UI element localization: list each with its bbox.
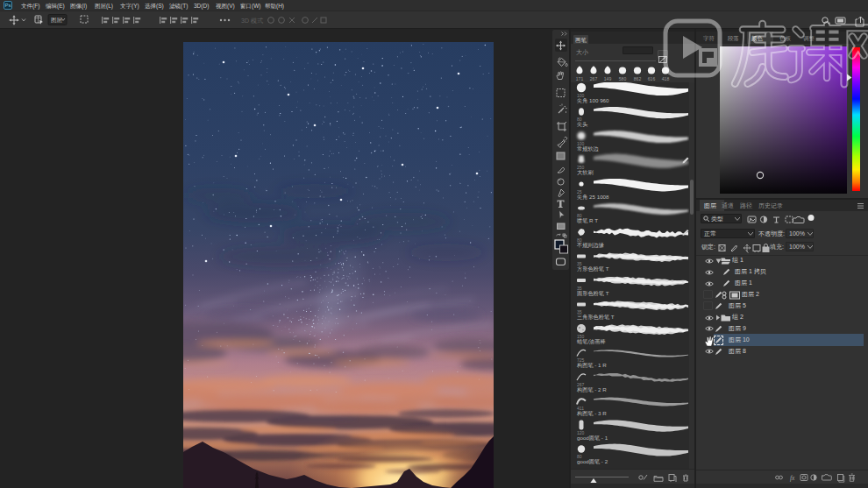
- svg-text:267: 267: [590, 76, 598, 81]
- svg-text:fx: fx: [790, 474, 795, 482]
- svg-text:尖头: 尖头: [577, 121, 587, 127]
- svg-text:good圆笔 - 2: good圆笔 - 2: [577, 458, 608, 465]
- svg-text:圆形色粉笔 T: 圆形色粉笔 T: [577, 290, 609, 297]
- svg-text:构图笔 - 3 R: 构图笔 - 3 R: [576, 410, 607, 417]
- svg-text:good圆笔 - 1: good圆笔 - 1: [577, 435, 608, 442]
- svg-text:喷笔 R T: 喷笔 R T: [577, 217, 598, 223]
- svg-text:三角形色粉笔 T: 三角形色粉笔 T: [577, 314, 615, 321]
- svg-text:3D 模式: 3D 模式: [241, 18, 263, 25]
- svg-text:580: 580: [619, 76, 627, 81]
- svg-text:图层: 图层: [51, 17, 63, 23]
- svg-text:616: 616: [648, 76, 656, 81]
- svg-text:常规软边: 常规软边: [577, 145, 600, 152]
- svg-text:418: 418: [662, 76, 670, 81]
- svg-text:不规则边缘: 不规则边缘: [576, 242, 604, 249]
- svg-text:尖角 25 1008: 尖角 25 1008: [577, 194, 609, 201]
- svg-text:149: 149: [604, 76, 612, 81]
- svg-text:构图笔 - 1 R: 构图笔 - 1 R: [576, 362, 607, 369]
- svg-text:862: 862: [634, 76, 642, 81]
- svg-text:大软刷: 大软刷: [577, 169, 594, 175]
- svg-text:蜡笔/油画棒: 蜡笔/油画棒: [577, 338, 606, 345]
- svg-text:方形色粉笔 T: 方形色粉笔 T: [577, 265, 609, 272]
- svg-text:尖角 100 960: 尖角 100 960: [577, 97, 609, 104]
- svg-text:171: 171: [576, 76, 584, 81]
- svg-text:构图笔 - 2 R: 构图笔 - 2 R: [576, 386, 607, 393]
